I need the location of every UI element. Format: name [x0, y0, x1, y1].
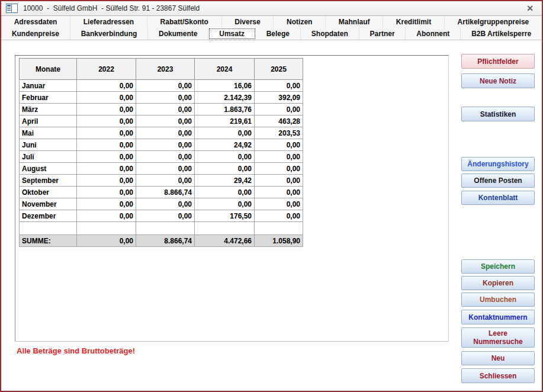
value-cell: 16,06	[195, 80, 255, 92]
customer-window: 10000 - Sülfeld GmbH - Sülfeld Str. 91 -…	[0, 0, 543, 392]
value-cell: 24,92	[195, 139, 255, 151]
tab-bankverbindung[interactable]: Bankverbindung	[70, 28, 148, 40]
table-row: Mai0,000,000,00203,53	[20, 127, 303, 139]
tab-mahnlauf[interactable]: Mahnlauf	[326, 16, 383, 28]
kontaktnummern-button[interactable]: Kontaktnummern	[461, 310, 535, 324]
column-header-2023: 2023	[136, 59, 195, 80]
month-cell	[20, 222, 77, 235]
value-cell	[195, 222, 255, 235]
value-cell: 0,00	[77, 235, 136, 247]
month-cell: September	[20, 175, 77, 187]
table-row: Februar0,000,002.142,39392,09	[20, 92, 303, 104]
value-cell: 2.142,39	[195, 92, 255, 104]
tab-diverse[interactable]: Diverse	[222, 16, 274, 28]
value-cell: 0,00	[195, 187, 255, 198]
leere-nummersuche-button[interactable]: Leere Nummersuche	[461, 327, 535, 348]
aenderungshistory-button[interactable]: Änderungshistory	[461, 157, 535, 171]
value-cell	[77, 222, 136, 235]
schliessen-button[interactable]: Schliessen	[461, 368, 535, 383]
value-cell: 0,00	[136, 210, 195, 222]
tab-umsatz[interactable]: Umsatz	[208, 28, 255, 40]
statistiken-button[interactable]: Statistiken	[461, 107, 535, 121]
value-cell: 0,00	[195, 127, 255, 139]
kopieren-button[interactable]: Kopieren	[461, 276, 535, 290]
tab-row-1: AdressdatenLieferadressenRabatt/SkontoDi…	[1, 16, 542, 28]
table-row: August0,000,000,000,00	[20, 163, 303, 175]
value-cell: 1.863,76	[195, 104, 255, 115]
title-bar: 10000 - Sülfeld GmbH - Sülfeld Str. 91 -…	[1, 1, 542, 16]
value-cell	[136, 222, 195, 235]
month-cell: Mai	[20, 127, 77, 139]
gross-amounts-note: Alle Beträge sind Bruttobeträge!	[17, 346, 135, 355]
tab-b2b-artikelsperre[interactable]: B2B Artikelsperre	[461, 28, 542, 40]
value-cell: 0,00	[195, 151, 255, 163]
value-cell: 0,00	[136, 104, 195, 115]
value-cell: 0,00	[77, 163, 136, 175]
value-cell: 0,00	[77, 80, 136, 92]
tab-lieferadressen[interactable]: Lieferadressen	[70, 16, 147, 28]
tab-kundenpreise[interactable]: Kundenpreise	[1, 28, 70, 40]
speichern-button[interactable]: Speichern	[461, 259, 535, 274]
tab-notizen[interactable]: Notizen	[274, 16, 326, 28]
month-cell: SUMME:	[20, 235, 77, 247]
value-cell: 4.472,66	[195, 235, 255, 247]
neu-button[interactable]: Neu	[461, 351, 535, 365]
content-panel: Monate2022202320242025 Januar0,000,0016,…	[15, 55, 449, 342]
column-header-2022: 2022	[77, 59, 136, 80]
table-row: April0,000,00219,61463,28	[20, 115, 303, 127]
tab-abonnent[interactable]: Abonnent	[406, 28, 461, 40]
column-header-2024: 2024	[195, 59, 255, 80]
table-row: Oktober0,008.866,740,000,00	[20, 187, 303, 198]
tab-partner[interactable]: Partner	[359, 28, 406, 40]
table-row: März0,000,001.863,760,00	[20, 104, 303, 115]
value-cell: 0,00	[136, 151, 195, 163]
tab-dokumente[interactable]: Dokumente	[148, 28, 208, 40]
column-header-2025: 2025	[255, 59, 303, 80]
tab-shopdaten[interactable]: Shopdaten	[301, 28, 359, 40]
umbuchen-button[interactable]: Umbuchen	[461, 293, 535, 307]
value-cell: 0,00	[77, 139, 136, 151]
form-icon	[6, 4, 18, 13]
month-cell: Januar	[20, 80, 77, 92]
value-cell: 0,00	[255, 151, 303, 163]
value-cell: 0,00	[255, 163, 303, 175]
value-cell: 0,00	[255, 175, 303, 187]
month-cell: Oktober	[20, 187, 77, 198]
tab-row-2: KundenpreiseBankverbindungDokumenteUmsat…	[1, 28, 542, 40]
value-cell: 0,00	[255, 187, 303, 198]
value-cell: 0,00	[77, 198, 136, 210]
value-cell: 0,00	[255, 198, 303, 210]
table-row: Dezember0,000,00176,500,00	[20, 210, 303, 222]
value-cell: 0,00	[136, 127, 195, 139]
value-cell: 0,00	[195, 163, 255, 175]
value-cell: 176,50	[195, 210, 255, 222]
value-cell: 29,42	[195, 175, 255, 187]
pflichtfelder-button[interactable]: Pflichtfelder	[461, 54, 535, 69]
window-title: 10000 - Sülfeld GmbH - Sülfeld Str. 91 -…	[23, 4, 200, 12]
offene-posten-button[interactable]: Offene Posten	[461, 173, 535, 188]
value-cell: 0,00	[77, 92, 136, 104]
tab-rabatt-skonto[interactable]: Rabatt/Skonto	[147, 16, 222, 28]
tab-kreditlimit[interactable]: Kreditlimit	[383, 16, 445, 28]
month-cell: April	[20, 115, 77, 127]
neue-notiz-button[interactable]: Neue Notiz	[461, 73, 535, 88]
value-cell: 0,00	[195, 198, 255, 210]
value-cell: 0,00	[136, 175, 195, 187]
value-cell: 0,00	[255, 210, 303, 222]
month-cell: August	[20, 163, 77, 175]
tab-belege[interactable]: Belege	[256, 28, 301, 40]
month-cell: März	[20, 104, 77, 115]
kontenblatt-button[interactable]: Kontenblatt	[461, 191, 535, 205]
close-icon[interactable]: ✕	[525, 3, 535, 14]
table-row: Januar0,000,0016,060,00	[20, 80, 303, 92]
table-row: November0,000,000,000,00	[20, 198, 303, 210]
tab-artikelgruppenpreise[interactable]: Artikelgruppenpreise	[445, 16, 542, 28]
umsatz-table: Monate2022202320242025 Januar0,000,0016,…	[19, 58, 303, 247]
value-cell: 0,00	[255, 80, 303, 92]
tab-adressdaten[interactable]: Adressdaten	[1, 16, 70, 28]
empty-row	[20, 222, 303, 235]
value-cell: 0,00	[136, 198, 195, 210]
value-cell: 463,28	[255, 115, 303, 127]
month-cell: Juni	[20, 139, 77, 151]
value-cell: 0,00	[136, 115, 195, 127]
